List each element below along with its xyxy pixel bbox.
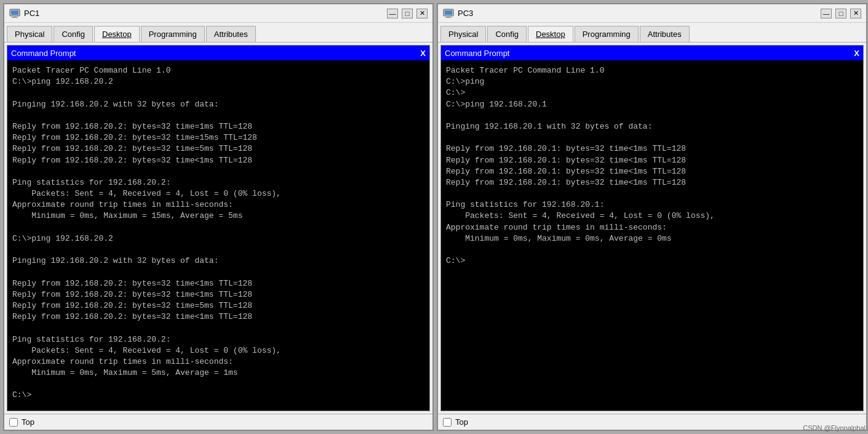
pc3-controls: — □ ✕	[821, 9, 861, 18]
pc3-icon	[443, 8, 454, 19]
pc1-cmd-title-text: Command Prompt	[11, 49, 76, 58]
pc3-tab-programming[interactable]: Programming	[575, 26, 639, 42]
pc1-tab-attributes[interactable]: Attributes	[206, 26, 256, 42]
watermark: CSDN @Flynnalphal	[803, 424, 866, 432]
svg-rect-3	[12, 17, 18, 18]
pc3-maximize-btn[interactable]: □	[835, 9, 846, 18]
pc1-controls: — □ ✕	[387, 9, 428, 18]
svg-rect-2	[13, 16, 17, 17]
pc3-content-area: Command Prompt X Packet Tracer PC Comman…	[438, 42, 866, 414]
pc1-close-btn[interactable]: ✕	[416, 9, 428, 18]
pc1-window: PC1 — □ ✕ Physical Config Desktop Progra…	[3, 3, 434, 431]
pc1-title-left: PC1	[9, 8, 39, 19]
pc3-bottom-bar: Top	[438, 414, 866, 430]
pc1-title-text: PC1	[24, 9, 39, 18]
pc3-top-label: Top	[455, 417, 468, 427]
svg-rect-7	[445, 17, 452, 18]
pc3-close-btn[interactable]: ✕	[850, 9, 861, 18]
pc1-cmd-close-btn[interactable]: X	[420, 49, 426, 58]
pc1-cmd-title-bar: Command Prompt X	[7, 46, 429, 60]
svg-rect-6	[447, 16, 450, 17]
pc1-bottom-bar: Top	[4, 414, 432, 430]
pc3-tab-physical[interactable]: Physical	[440, 26, 486, 42]
svg-rect-1	[11, 10, 18, 15]
pc1-title-bar: PC1 — □ ✕	[4, 4, 432, 23]
pc1-tab-programming[interactable]: Programming	[141, 26, 205, 42]
pc1-tab-physical[interactable]: Physical	[7, 26, 52, 42]
pc3-tab-attributes[interactable]: Attributes	[640, 26, 690, 42]
pc3-title-left: PC3	[443, 8, 473, 19]
pc3-cmd-close-btn[interactable]: X	[854, 49, 859, 58]
pc1-tabs-bar: Physical Config Desktop Programming Attr…	[4, 23, 432, 42]
svg-rect-5	[445, 10, 452, 15]
pc1-top-label: Top	[22, 417, 34, 427]
pc3-top-checkbox[interactable]	[443, 418, 452, 427]
pc1-content-area: Command Prompt X Packet Tracer PC Comman…	[4, 42, 432, 414]
pc3-title-bar: PC3 — □ ✕	[438, 4, 866, 23]
pc1-tab-desktop[interactable]: Desktop	[94, 26, 140, 42]
pc3-cmd-text: Packet Tracer PC Command Line 1.0 C:\>pi…	[446, 65, 858, 267]
pc3-minimize-btn[interactable]: —	[821, 9, 832, 18]
pc3-window: PC3 — □ ✕ Physical Config Desktop Progra…	[437, 3, 867, 431]
pc1-icon	[9, 8, 20, 19]
pc1-top-checkbox[interactable]	[9, 418, 18, 427]
pc3-cmd-window: Command Prompt X Packet Tracer PC Comman…	[440, 45, 864, 411]
pc1-cmd-text: Packet Tracer PC Command Line 1.0 C:\>pi…	[12, 65, 424, 401]
pc3-cmd-content[interactable]: Packet Tracer PC Command Line 1.0 C:\>pi…	[441, 60, 863, 411]
pc1-tab-config[interactable]: Config	[54, 26, 93, 42]
pc3-title-text: PC3	[458, 9, 473, 18]
pc1-maximize-btn[interactable]: □	[402, 9, 413, 18]
pc3-tab-config[interactable]: Config	[487, 26, 527, 42]
pc3-cmd-title-bar: Command Prompt X	[441, 46, 863, 60]
pc3-cmd-title-text: Command Prompt	[445, 49, 509, 58]
pc1-minimize-btn[interactable]: —	[387, 9, 398, 18]
pc3-tabs-bar: Physical Config Desktop Programming Attr…	[438, 23, 866, 42]
pc3-tab-desktop[interactable]: Desktop	[528, 26, 573, 42]
pc1-cmd-window: Command Prompt X Packet Tracer PC Comman…	[7, 45, 430, 411]
pc1-cmd-content[interactable]: Packet Tracer PC Command Line 1.0 C:\>pi…	[7, 60, 429, 411]
